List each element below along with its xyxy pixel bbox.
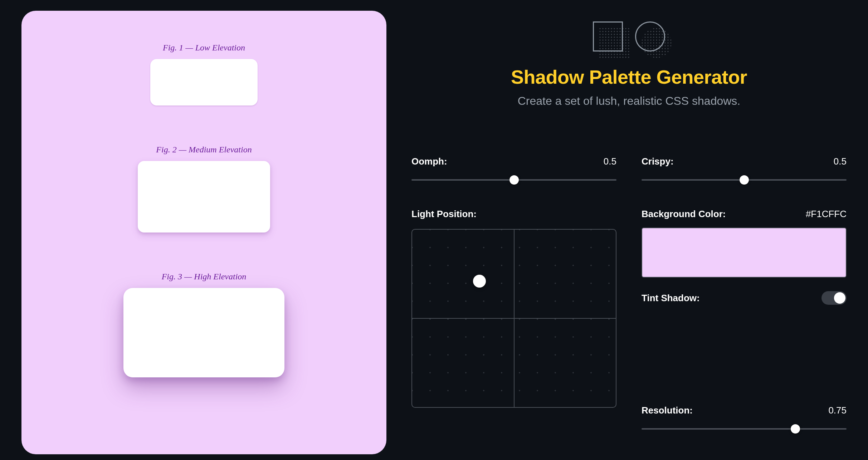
elevation-high-group: Fig. 3 — High Elevation bbox=[123, 272, 284, 377]
elevation-medium-group: Fig. 2 — Medium Elevation bbox=[138, 145, 270, 233]
crispy-slider-thumb[interactable] bbox=[740, 175, 749, 185]
light-position-control: Light Position: bbox=[411, 209, 616, 457]
elevation-card-high bbox=[123, 288, 284, 377]
oomph-control: Oomph: 0.5 bbox=[411, 156, 616, 183]
resolution-slider-thumb[interactable] bbox=[791, 424, 800, 434]
background-color-swatch[interactable] bbox=[642, 227, 847, 278]
elevation-card-medium bbox=[138, 161, 270, 233]
tint-shadow-toggle[interactable] bbox=[821, 291, 847, 305]
crispy-control: Crispy: 0.5 bbox=[642, 156, 847, 183]
elevation-card-low bbox=[150, 59, 258, 106]
fig-caption-medium: Fig. 2 — Medium Elevation bbox=[138, 145, 270, 155]
crispy-value: 0.5 bbox=[834, 156, 847, 167]
resolution-value: 0.75 bbox=[828, 405, 847, 416]
oomph-slider-thumb[interactable] bbox=[509, 175, 519, 185]
fig-caption-low: Fig. 1 — Low Elevation bbox=[150, 43, 258, 53]
light-position-label: Light Position: bbox=[411, 209, 477, 220]
resolution-control: Resolution: 0.75 bbox=[642, 405, 847, 432]
light-position-pad[interactable] bbox=[411, 229, 616, 408]
page-title: Shadow Palette Generator bbox=[511, 66, 747, 88]
controls-panel: Shadow Palette Generator Create a set of… bbox=[411, 11, 847, 449]
shape-icons bbox=[593, 21, 665, 52]
tint-shadow-toggle-knob[interactable] bbox=[834, 292, 845, 304]
resolution-label: Resolution: bbox=[642, 405, 693, 416]
oomph-value: 0.5 bbox=[604, 156, 616, 167]
light-position-handle[interactable] bbox=[473, 275, 486, 288]
oomph-label: Oomph: bbox=[411, 156, 447, 167]
header: Shadow Palette Generator Create a set of… bbox=[411, 21, 847, 108]
circle-icon[interactable] bbox=[635, 21, 665, 52]
crispy-label: Crispy: bbox=[642, 156, 674, 167]
elevation-low-group: Fig. 1 — Low Elevation bbox=[150, 43, 258, 106]
fig-caption-high: Fig. 3 — High Elevation bbox=[123, 272, 284, 282]
crispy-slider[interactable] bbox=[642, 176, 847, 183]
resolution-slider[interactable] bbox=[642, 425, 847, 432]
preview-panel: Fig. 1 — Low Elevation Fig. 2 — Medium E… bbox=[21, 11, 386, 454]
background-color-value: #F1CFFC bbox=[806, 209, 847, 220]
background-color-label: Background Color: bbox=[642, 209, 726, 220]
tint-shadow-label: Tint Shadow: bbox=[642, 293, 700, 304]
light-position-dot-grid bbox=[412, 230, 616, 407]
square-icon[interactable] bbox=[593, 21, 623, 52]
oomph-slider[interactable] bbox=[411, 176, 616, 183]
page-subtitle: Create a set of lush, realistic CSS shad… bbox=[518, 94, 741, 108]
background-color-control: Background Color: #F1CFFC Tint Shadow: bbox=[642, 209, 847, 305]
